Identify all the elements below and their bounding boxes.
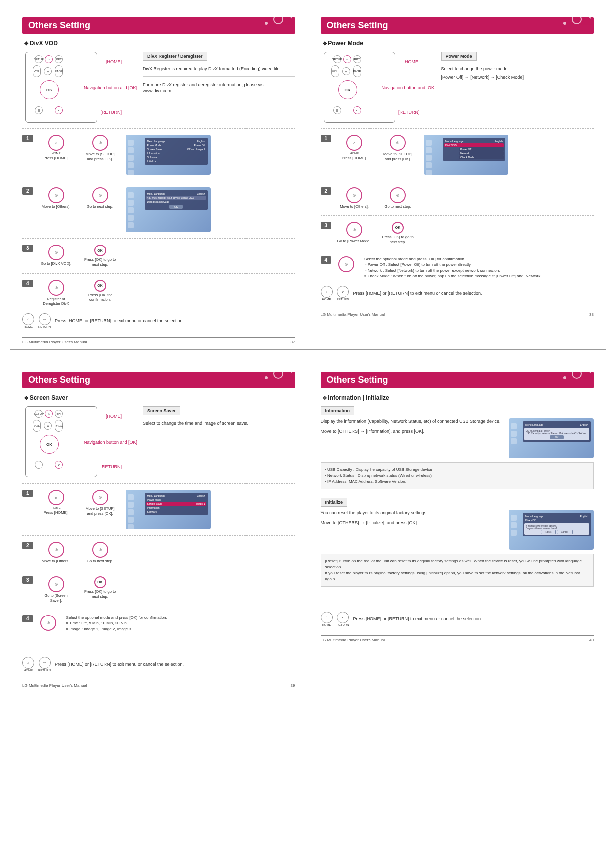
info-column: Power Mode Select to change the power mo… (441, 52, 594, 82)
ok-button-icon: OK (40, 80, 59, 99)
svg-point-1 (274, 17, 283, 24)
nav-icon: ◎ (48, 187, 64, 203)
nav-icon: ◎ (390, 187, 406, 203)
callout-home: [HOME] (106, 414, 122, 419)
page-footer: LG Multimedia Player User's Manual 39 (22, 681, 295, 688)
remote-box: SETUP ⌂ RPT VOL ✻ PAGE OK ☰ ↶ [HOME] Nav… (25, 52, 97, 123)
page-footer: LG Multimedia Player User's Manual 38 (321, 310, 594, 317)
section-header: Others Setting (321, 17, 594, 34)
step-2-next: ◎ Go to next step. (380, 187, 416, 209)
nav-icon: ◎ (48, 245, 64, 260)
callout-home: [HOME] (403, 59, 419, 64)
step-3-screensaver: ◎ Go to [Screen Saver]. (38, 576, 74, 603)
svg-point-6 (563, 376, 566, 379)
step-2-others: ◎ Move to [Others]. (336, 187, 372, 209)
page-39: Others Setting Screen Saver SETUP ⌂ RPT … (10, 365, 308, 693)
page-footer: LG Multimedia Player User's Manual 40 (321, 635, 594, 642)
separator (22, 181, 295, 181)
separator (321, 181, 594, 181)
return-label: RETURN (38, 325, 51, 328)
repeat-button-icon: RPT (353, 55, 361, 63)
step-caption: Go to [Power Mode]. (337, 239, 371, 244)
page-number: 37 (291, 340, 295, 344)
section-title: Others Setting (327, 375, 388, 385)
callout-nav: Navigation button and [OK] (84, 85, 137, 90)
ok-button-icon: OK (40, 435, 59, 454)
page-footer: LG Multimedia Player User's Manual 37 (22, 337, 295, 344)
step-3-divx: ◎ Go to [DivX VOD]. (38, 245, 74, 266)
ok-icon: OK (94, 576, 106, 588)
menu-button-icon: ☰ (333, 106, 341, 114)
section-title: Others Setting (28, 375, 90, 385)
remote-diagram: SETUP ⌂ RPT VOL ✻ PAGE OK ☰ ↶ [HOME] Nav… (22, 52, 97, 123)
intro-row: SETUP ⌂ RPT VOL ✻ PAGE OK ☰ ↶ [HOME] Nav… (22, 406, 295, 477)
mute-button-icon: ✻ (44, 67, 52, 75)
info-column: DivX Register / Deregister DivX Register… (143, 52, 295, 96)
return-label: RETURN (337, 298, 349, 301)
step-1: 1 ⌂ HOME Press [HOME]. ◎ Move to [SETUP]… (22, 135, 295, 175)
info-text: DivX Register is required to play DivX f… (143, 66, 295, 72)
step-2-next: ◎ Go to next step. (82, 187, 118, 209)
subheading-divx: DivX VOD (24, 40, 295, 47)
section-header: Others Setting (22, 372, 295, 388)
nav-icon: ◎ (48, 542, 64, 558)
screenshot-setup-menu: Menu LanguageEnglish Power ModePower Off… (126, 135, 211, 175)
section-header: Others Setting (22, 17, 295, 34)
step-3-ok: OK Press [OK] to go to next step. (82, 576, 118, 599)
mute-button-icon: ✻ (44, 422, 52, 430)
step-1-setup: ◎ Move to [SETUP] and press [OK]. (82, 490, 118, 516)
setup-button-icon: SETUP (35, 410, 43, 418)
step-caption: Press [OK] to go to next step. (82, 257, 118, 267)
intro-row: SETUP ⌂ RPT VOL ✻ PAGE OK ☰ ↶ [HOME] Nav… (321, 52, 594, 123)
home-button-icon: ⌂ (343, 55, 351, 63)
step-2-others: ◎ Move to [Others]. (38, 542, 74, 564)
footer-title: LG Multimedia Player User's Manual (321, 638, 385, 642)
home-label: HOME (322, 623, 331, 626)
step-number: 1 (22, 490, 33, 497)
svg-point-4 (265, 376, 268, 379)
callout-return: [RETURN] (101, 464, 122, 469)
page-number: 39 (291, 683, 295, 688)
nav-icon: ◎ (40, 615, 56, 631)
bullet-usb: USB Capacity : Display the capacity of U… (325, 467, 590, 473)
nav-icon: ◎ (346, 187, 362, 203)
step-number: 2 (321, 187, 332, 195)
page-40: Others Setting Information | Initialize … (308, 365, 607, 693)
footer-title: LG Multimedia Player User's Manual (22, 683, 87, 688)
page-37: Others Setting DivX VOD SETUP ⌂ RPT VOL … (10, 10, 308, 349)
nav-icon: ◎ (92, 490, 108, 505)
step-number: 4 (321, 256, 332, 264)
step-4: 4 ◎ Register or Deregister DivX OK Press… (22, 280, 295, 307)
init-text-1: You can reset the player to its original… (321, 510, 502, 517)
step-number: 3 (321, 222, 332, 229)
information-block: Information Display the information (Cap… (321, 406, 594, 489)
step-number: 4 (22, 615, 33, 622)
step-caption: Move to [SETUP] and press [OK]. (82, 506, 118, 516)
step-3-ok: OK Press [OK] to go to next step. (82, 245, 118, 267)
step-number: 3 (22, 576, 33, 584)
step-3-ok: OK Press [OK] to go to next step. (380, 222, 416, 245)
home-label: HOME (52, 152, 61, 155)
step-caption: Move to [Others]. (42, 204, 71, 209)
step-caption: Go to next step. (87, 559, 113, 564)
callout-return: [RETURN] (398, 110, 420, 115)
step-number: 1 (22, 135, 33, 142)
separator (321, 128, 594, 129)
nav-icon: ◎ (390, 135, 406, 151)
repeat-button-icon: RPT (55, 55, 63, 63)
home-exit-icon: ⌂HOME (22, 657, 34, 672)
remote-diagram: SETUP ⌂ RPT VOL ✻ PAGE OK ☰ ↶ [HOME] Nav… (321, 52, 395, 123)
nav-icon: ◎ (346, 222, 362, 238)
repeat-button-icon: RPT (55, 410, 63, 418)
home-label: HOME (322, 298, 331, 301)
home-icon: ⌂ (346, 135, 362, 151)
step-3: 3 ◎ Go to [DivX VOD]. OK Press [OK] to g… (22, 245, 295, 267)
svg-point-5 (274, 372, 283, 378)
intro-row: SETUP ⌂ RPT VOL ✻ PAGE OK ☰ ↶ [HOME] Nav… (22, 52, 295, 123)
step-1-home: ⌂ HOME Press [HOME]. (38, 490, 74, 515)
menu-button-icon: ☰ (35, 461, 43, 469)
step-caption: Press [HOME]. (342, 156, 367, 161)
nav-icon: ◎ (92, 542, 108, 558)
home-button-icon: ⌂ (45, 410, 53, 418)
step-caption: Press [OK] to go to next step. (82, 589, 118, 599)
